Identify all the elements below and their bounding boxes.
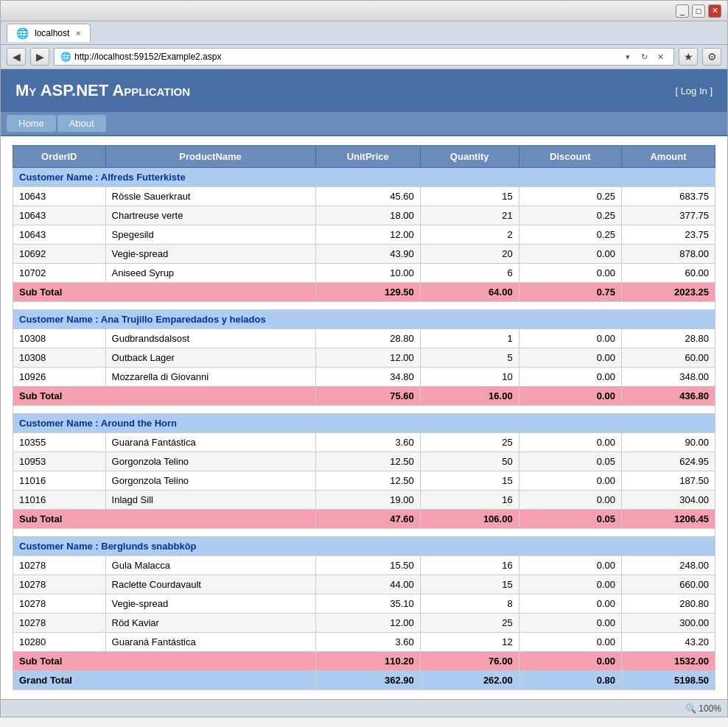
address-bar[interactable]: 🌐 http://localhost:59152/Example2.aspx ▾… xyxy=(54,48,674,66)
title-bar-buttons: _ □ ✕ xyxy=(676,4,721,18)
cell-discount: 0.25 xyxy=(519,225,621,245)
cell-unitprice: 12.00 xyxy=(315,614,420,633)
nav-item-about[interactable]: About xyxy=(57,115,106,132)
cell-amount: 28.80 xyxy=(622,329,715,348)
cell-product: Rössle Sauerkraut xyxy=(105,187,315,206)
favorites-button[interactable]: ★ xyxy=(679,48,698,66)
grand-total-row: Grand Total 362.90 262.00 0.80 5198.50 xyxy=(13,671,715,690)
table-row: 10953 Gorgonzola Telino 12.50 50 0.05 62… xyxy=(13,452,715,471)
cell-orderid: 11016 xyxy=(13,491,106,510)
maximize-button[interactable]: □ xyxy=(692,4,705,18)
browser-tab-label: localhost xyxy=(35,28,69,38)
cell-product: Gula Malacca xyxy=(105,556,315,575)
spacer-row xyxy=(13,406,715,414)
cell-quantity: 20 xyxy=(420,245,519,264)
grandtotal-discount: 0.80 xyxy=(519,671,621,690)
forward-button[interactable]: ▶ xyxy=(30,48,49,66)
cell-amount: 60.00 xyxy=(622,348,715,368)
cell-orderid: 10643 xyxy=(13,206,106,225)
subtotal-quantity: 76.00 xyxy=(420,652,519,671)
cell-amount: 300.00 xyxy=(622,614,715,633)
stop-button[interactable]: ✕ xyxy=(653,49,668,64)
close-button[interactable]: ✕ xyxy=(708,4,721,18)
cell-discount: 0.00 xyxy=(519,633,621,652)
cell-amount: 660.00 xyxy=(622,575,715,594)
app-header: My ASP.NET Application [ Log In ] xyxy=(1,69,727,112)
cell-orderid: 10926 xyxy=(13,368,106,387)
cell-orderid: 10278 xyxy=(13,594,106,614)
subtotal-unitprice: 129.50 xyxy=(315,283,420,302)
subtotal-row: Sub Total 47.60 106.00 0.05 1206.45 xyxy=(13,510,715,529)
table-row: 11016 Gorgonzola Telino 12.50 15 0.00 18… xyxy=(13,471,715,491)
login-link[interactable]: [ Log In ] xyxy=(675,85,713,96)
cell-unitprice: 34.80 xyxy=(315,368,420,387)
subtotal-amount: 1206.45 xyxy=(622,510,715,529)
table-row: 11016 Inlagd Sill 19.00 16 0.00 304.00 xyxy=(13,491,715,510)
cell-orderid: 10278 xyxy=(13,575,106,594)
cell-product: Guaraná Fantástica xyxy=(105,433,315,452)
cell-product: Chartreuse verte xyxy=(105,206,315,225)
status-bar: 🔍 100% xyxy=(1,699,727,717)
spacer-row xyxy=(13,302,715,310)
nav-bar: Home About xyxy=(1,112,727,136)
table-row: 10926 Mozzarella di Giovanni 34.80 10 0.… xyxy=(13,368,715,387)
customer-name: Customer Name : Alfreds Futterkiste xyxy=(13,168,715,187)
address-text: http://localhost:59152/Example2.aspx xyxy=(74,52,617,62)
table-row: 10355 Guaraná Fantástica 3.60 25 0.00 90… xyxy=(13,433,715,452)
cell-quantity: 15 xyxy=(420,575,519,594)
cell-unitprice: 19.00 xyxy=(315,491,420,510)
cell-discount: 0.25 xyxy=(519,206,621,225)
cell-orderid: 10278 xyxy=(13,556,106,575)
cell-product: Raclette Courdavault xyxy=(105,575,315,594)
customer-name: Customer Name : Ana Trujillo Emparedados… xyxy=(13,310,715,329)
customer-name: Customer Name : Berglunds snabbköp xyxy=(13,537,715,556)
browser-tab-active[interactable]: 🌐 localhost ✕ xyxy=(7,24,91,42)
cell-quantity: 21 xyxy=(420,206,519,225)
search-dropdown-button[interactable]: ▾ xyxy=(620,49,635,64)
cell-unitprice: 10.00 xyxy=(315,264,420,283)
col-header-discount: Discount xyxy=(519,146,621,168)
tab-close-button[interactable]: ✕ xyxy=(75,29,81,38)
cell-amount: 23.75 xyxy=(622,225,715,245)
nav-item-home[interactable]: Home xyxy=(7,115,56,132)
grandtotal-quantity: 262.00 xyxy=(420,671,519,690)
cell-quantity: 5 xyxy=(420,348,519,368)
cell-unitprice: 44.00 xyxy=(315,575,420,594)
cell-quantity: 1 xyxy=(420,329,519,348)
cell-orderid: 10308 xyxy=(13,329,106,348)
cell-unitprice: 45.60 xyxy=(315,187,420,206)
table-row: 10643 Rössle Sauerkraut 45.60 15 0.25 68… xyxy=(13,187,715,206)
spacer-row xyxy=(13,529,715,537)
tools-button[interactable]: ⚙ xyxy=(702,48,721,66)
cell-product: Aniseed Syrup xyxy=(105,264,315,283)
cell-discount: 0.00 xyxy=(519,329,621,348)
cell-orderid: 10702 xyxy=(13,264,106,283)
col-header-unitprice: UnitPrice xyxy=(315,146,420,168)
cell-discount: 0.00 xyxy=(519,575,621,594)
cell-quantity: 16 xyxy=(420,556,519,575)
cell-quantity: 25 xyxy=(420,433,519,452)
customer-header-row: Customer Name : Ana Trujillo Emparedados… xyxy=(13,310,715,329)
cell-orderid: 10280 xyxy=(13,633,106,652)
refresh-button[interactable]: ↻ xyxy=(637,49,651,64)
cell-unitprice: 15.50 xyxy=(315,556,420,575)
table-row: 10278 Röd Kaviar 12.00 25 0.00 300.00 xyxy=(13,614,715,633)
cell-quantity: 6 xyxy=(420,264,519,283)
cell-orderid: 10278 xyxy=(13,614,106,633)
cell-unitprice: 3.60 xyxy=(315,633,420,652)
cell-discount: 0.00 xyxy=(519,614,621,633)
cell-orderid: 10692 xyxy=(13,245,106,264)
minimize-button[interactable]: _ xyxy=(676,4,689,18)
cell-unitprice: 12.00 xyxy=(315,225,420,245)
cell-discount: 0.00 xyxy=(519,491,621,510)
cell-quantity: 25 xyxy=(420,614,519,633)
col-header-orderid: OrderID xyxy=(13,146,106,168)
subtotal-label: Sub Total xyxy=(13,510,316,529)
cell-unitprice: 12.50 xyxy=(315,452,420,471)
table-row: 10308 Outback Lager 12.00 5 0.00 60.00 xyxy=(13,348,715,368)
customer-name: Customer Name : Around the Horn xyxy=(13,414,715,433)
back-button[interactable]: ◀ xyxy=(7,48,26,66)
cell-amount: 304.00 xyxy=(622,491,715,510)
cell-discount: 0.00 xyxy=(519,471,621,491)
cell-unitprice: 43.90 xyxy=(315,245,420,264)
